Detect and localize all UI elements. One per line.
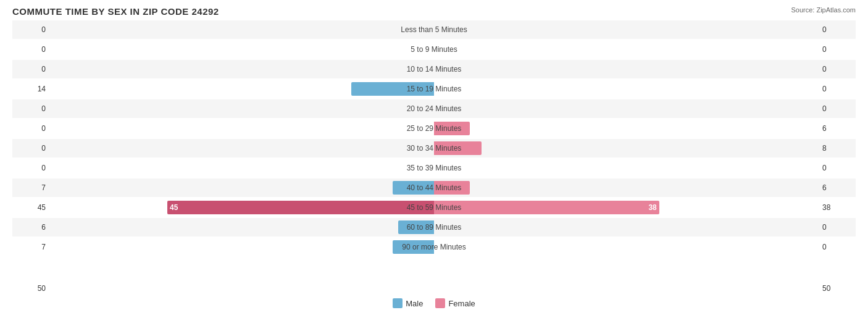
legend-female: Female (435, 298, 475, 308)
bars-section: 60 to 89 Minutes (49, 218, 819, 237)
chart-row: 035 to 39 Minutes0 (12, 159, 856, 177)
chart-row: 020 to 24 Minutes0 (12, 99, 856, 118)
legend-male: Male (393, 298, 423, 308)
bars-section: 10 to 14 Minutes (49, 60, 819, 78)
female-bar-wrap: 38 (434, 201, 659, 214)
row-label: 5 to 9 Minutes (411, 45, 457, 54)
female-legend-box (435, 298, 445, 308)
bars-section: 40 to 44 Minutes (49, 178, 819, 197)
female-value: 6 (819, 183, 856, 192)
female-value: 8 (819, 144, 856, 153)
row-label: 10 to 14 Minutes (407, 65, 462, 73)
female-legend-label: Female (448, 299, 475, 308)
chart-row: 025 to 29 Minutes6 (12, 119, 856, 138)
row-label: 20 to 24 Minutes (407, 104, 462, 113)
bars-section: 20 to 24 Minutes (49, 99, 819, 118)
male-bar-wrap (393, 240, 434, 254)
chart-row: 790 or more Minutes0 (12, 238, 856, 256)
chart-title: COMMUTE TIME BY SEX IN ZIP CODE 24292 (12, 6, 856, 17)
female-bar-wrap (434, 122, 470, 135)
legend: Male Female (12, 298, 856, 308)
female-bar-wrap (434, 141, 482, 155)
male-value: 7 (12, 183, 49, 192)
female-value: 0 (819, 104, 856, 113)
row-label: Less than 5 Minutes (401, 25, 467, 34)
male-legend-label: Male (406, 299, 423, 308)
male-value: 0 (12, 164, 49, 172)
male-bar-wrap (351, 82, 434, 96)
female-bar (434, 122, 470, 135)
axis-right: 50 (819, 284, 856, 293)
female-bar-wrap (434, 181, 470, 195)
bars-section: 35 to 39 Minutes (49, 159, 819, 177)
chart-row: 010 to 14 Minutes0 (12, 60, 856, 78)
male-value: 0 (12, 124, 49, 133)
chart-row: 454545 to 59 Minutes3838 (12, 198, 856, 217)
male-bar (351, 82, 434, 96)
male-value: 6 (12, 223, 49, 232)
male-value: 0 (12, 65, 49, 73)
bars-section: 15 to 19 Minutes (49, 80, 819, 98)
male-bar (393, 240, 434, 254)
male-legend-box (393, 298, 403, 308)
chart-row: 030 to 34 Minutes8 (12, 139, 856, 157)
chart-row: 0Less than 5 Minutes0 (12, 20, 856, 39)
male-bar-inside-value: 45 (167, 203, 180, 212)
female-bar-inside-value: 38 (646, 203, 659, 212)
axis-row: 50 50 (12, 282, 856, 295)
female-value: 0 (819, 223, 856, 232)
female-value: 0 (819, 243, 856, 251)
chart-container: COMMUTE TIME BY SEX IN ZIP CODE 24292 So… (0, 0, 868, 323)
female-bar (434, 141, 482, 155)
male-value: 7 (12, 243, 49, 251)
axis-left: 50 (12, 284, 49, 293)
male-bar-wrap (398, 220, 434, 234)
male-bar-wrap (393, 181, 434, 195)
bars-section: Less than 5 Minutes (49, 20, 819, 39)
bars-section: 30 to 34 Minutes (49, 139, 819, 157)
female-value: 38 (819, 203, 856, 212)
male-value: 0 (12, 144, 49, 153)
female-value: 0 (819, 85, 856, 93)
female-value: 0 (819, 164, 856, 172)
female-value: 0 (819, 65, 856, 73)
bars-section: 25 to 29 Minutes (49, 119, 819, 138)
male-bar (398, 220, 434, 234)
source-label: Source: ZipAtlas.com (791, 6, 856, 14)
chart-row: 740 to 44 Minutes6 (12, 178, 856, 197)
female-value: 0 (819, 25, 856, 34)
chart-area: 0Less than 5 Minutes005 to 9 Minutes0010… (12, 20, 856, 280)
male-value: 0 (12, 25, 49, 34)
female-bar (434, 181, 470, 195)
bars-section: 4545 to 59 Minutes38 (49, 198, 819, 217)
male-value: 45 (12, 203, 49, 212)
bars-section: 90 or more Minutes (49, 238, 819, 256)
chart-row: 05 to 9 Minutes0 (12, 40, 856, 59)
male-bar-wrap: 45 (167, 201, 434, 214)
male-value: 0 (12, 45, 49, 54)
bars-section: 5 to 9 Minutes (49, 40, 819, 59)
row-label: 35 to 39 Minutes (407, 164, 462, 172)
female-bar: 38 (434, 201, 659, 214)
female-value: 0 (819, 45, 856, 54)
female-value: 6 (819, 124, 856, 133)
male-value: 0 (12, 104, 49, 113)
male-bar (393, 181, 434, 195)
male-bar: 45 (167, 201, 434, 214)
male-value: 14 (12, 85, 49, 93)
chart-row: 1415 to 19 Minutes0 (12, 80, 856, 98)
chart-row: 660 to 89 Minutes0 (12, 218, 856, 237)
